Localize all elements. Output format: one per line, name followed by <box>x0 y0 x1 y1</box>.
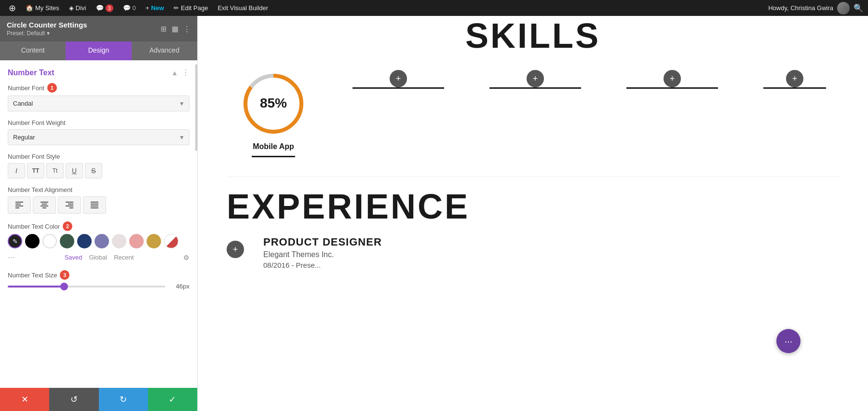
number-font-weight-label: Number Font Weight <box>8 119 66 126</box>
comments-btn[interactable]: 💬 3 <box>92 0 117 16</box>
number-font-label: Number Font <box>8 84 44 92</box>
svg-rect-6 <box>41 206 48 206</box>
edit-page-btn[interactable]: ✏ Edit Page <box>170 0 212 16</box>
add-module-3: + <box>626 70 718 89</box>
global-tab[interactable]: Global <box>89 254 108 261</box>
cancel-button[interactable]: ✕ <box>0 388 49 411</box>
align-left-btn[interactable] <box>8 196 31 214</box>
saved-tab[interactable]: Saved <box>65 254 82 261</box>
add-module-btn-4[interactable]: + <box>786 70 803 87</box>
page-preview: SKILLS 85% <box>198 16 868 411</box>
expand-icon[interactable]: ⊞ <box>161 25 167 33</box>
number-font-field: Number Font 1 Candal ▼ <box>8 83 190 111</box>
svg-rect-2 <box>15 206 23 206</box>
add-module-btn-1[interactable]: + <box>390 70 407 87</box>
number-text-color-label: Number Text Color <box>8 223 60 230</box>
align-justify-btn[interactable] <box>83 196 106 214</box>
gold-swatch[interactable] <box>147 234 161 248</box>
wp-icon: ⊕ <box>9 3 16 14</box>
exit-builder-btn[interactable]: Exit Visual Builder <box>214 0 272 16</box>
search-icon[interactable]: 🔍 <box>854 3 863 13</box>
admin-bar: ⊕ 🏠 My Sites ◈ Divi 💬 3 💬 0 + New ✏ Edit… <box>0 0 868 16</box>
left-panel: Circle Counter Settings Preset: Default … <box>0 16 198 411</box>
number-font-weight-select[interactable]: Regular Bold Light <box>8 129 190 145</box>
tab-advanced[interactable]: Advanced <box>132 41 197 60</box>
black-swatch[interactable] <box>25 234 40 248</box>
experience-heading: EXPERIENCE <box>227 187 839 226</box>
svg-rect-5 <box>42 204 47 205</box>
circle-counter: 85% Mobile App <box>240 70 307 157</box>
navy-swatch[interactable] <box>77 234 92 248</box>
counter-line <box>252 156 295 157</box>
home-icon: 🏠 <box>26 4 33 12</box>
dark-green-swatch[interactable] <box>60 234 74 248</box>
divi-btn[interactable]: ◈ Divi <box>65 0 90 16</box>
number-text-size-field: Number Text Size 3 46px <box>8 270 190 290</box>
color-settings-btn[interactable]: ⚙ <box>183 254 190 261</box>
my-sites-btn[interactable]: 🏠 My Sites <box>22 0 63 16</box>
number-font-select-wrapper: Candal ▼ <box>8 96 190 111</box>
layout-icon[interactable]: ▦ <box>172 25 178 33</box>
recent-tab[interactable]: Recent <box>114 254 134 261</box>
capitalize-btn[interactable]: Tt <box>46 163 64 178</box>
rose-swatch[interactable] <box>129 234 144 248</box>
align-center-btn[interactable] <box>33 196 56 214</box>
exp-add-btn[interactable]: + <box>227 241 244 258</box>
tab-design[interactable]: Design <box>66 41 131 60</box>
wp-logo-btn[interactable]: ⊕ <box>5 0 20 16</box>
eyedropper-swatch[interactable]: ✎ <box>8 234 22 248</box>
avatar[interactable] <box>837 2 850 14</box>
number-text-alignment-label: Number Text Alignment <box>8 186 72 193</box>
panel-preset[interactable]: Preset: Default ▾ <box>7 30 87 37</box>
new-btn[interactable]: + New <box>142 0 168 16</box>
more-icon[interactable]: ⋮ <box>183 25 190 33</box>
add-module-2: + <box>489 70 581 89</box>
diagonal-swatch[interactable] <box>164 234 178 248</box>
module-divider-1 <box>353 87 444 89</box>
save-button[interactable]: ✓ <box>148 388 197 411</box>
howdy-text: Howdy, Christina Gwira <box>768 4 833 12</box>
preview-content: SKILLS 85% <box>198 16 868 279</box>
add-module-1: + <box>353 70 444 89</box>
experience-section: EXPERIENCE + PRODUCT DESIGNER Elegant Th… <box>227 177 839 279</box>
admin-bar-right: Howdy, Christina Gwira 🔍 <box>768 2 863 14</box>
uppercase-btn[interactable]: TT <box>27 163 44 178</box>
counter-label: Mobile App <box>253 142 294 151</box>
collapse-btn[interactable]: ▲ <box>171 69 178 77</box>
comment-zero-btn[interactable]: 💬 0 <box>119 0 140 16</box>
italic-btn[interactable]: I <box>8 163 25 178</box>
badge-3: 3 <box>60 270 69 280</box>
color-more-btn[interactable]: ··· <box>8 252 15 262</box>
floating-bubble-btn[interactable]: ··· <box>776 329 800 353</box>
number-text-color-field: Number Text Color 2 ✎ <box>8 221 190 262</box>
svg-rect-10 <box>66 206 73 206</box>
exp-content: PRODUCT DESIGNER Elegant Themes Inc. 08/… <box>263 236 839 269</box>
align-right-btn[interactable] <box>58 196 81 214</box>
comment-zero-icon: 💬 <box>123 4 131 12</box>
add-module-btn-3[interactable]: + <box>664 70 681 87</box>
panel-actions: ✕ ↺ ↻ ✓ <box>0 388 197 411</box>
comment-count-badge: 3 <box>106 4 113 12</box>
module-divider-3 <box>626 87 718 89</box>
underline-btn[interactable]: U <box>66 163 83 178</box>
section-menu-btn[interactable]: ⋮ <box>182 68 190 77</box>
svg-rect-1 <box>15 204 21 205</box>
tab-content[interactable]: Content <box>0 41 66 60</box>
add-module-btn-2[interactable]: + <box>527 70 544 87</box>
number-font-select[interactable]: Candal <box>8 96 190 111</box>
strikethrough-btn[interactable]: S <box>85 163 102 178</box>
text-size-slider[interactable] <box>8 286 165 288</box>
skills-heading: SKILLS <box>227 16 839 65</box>
svg-rect-15 <box>91 207 98 208</box>
svg-rect-7 <box>42 207 46 208</box>
lavender-swatch[interactable] <box>95 234 109 248</box>
number-text-size-label: Number Text Size <box>8 272 57 279</box>
panel-title: Circle Counter Settings <box>7 21 87 29</box>
undo-button[interactable]: ↺ <box>49 388 98 411</box>
circle-svg-wrapper: 85% <box>240 70 307 137</box>
white-swatch[interactable] <box>42 234 57 248</box>
module-divider-4 <box>763 87 826 89</box>
light-pink-swatch[interactable] <box>112 234 126 248</box>
redo-button[interactable]: ↻ <box>99 388 148 411</box>
scrollbar[interactable] <box>195 64 197 151</box>
